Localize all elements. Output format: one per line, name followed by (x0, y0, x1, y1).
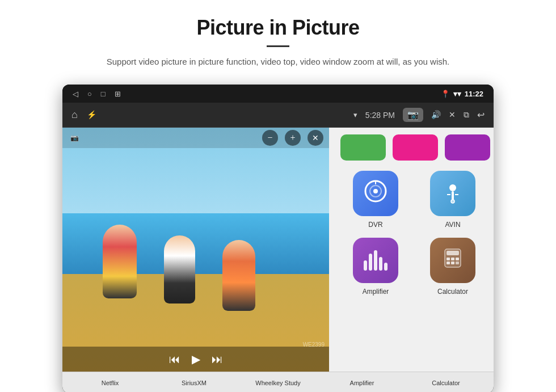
calculator-bottom-label: Calculator (420, 380, 471, 386)
back-nav-icon[interactable]: ◁ (73, 90, 78, 98)
page-subtitle: Support video picture in picture functio… (79, 55, 477, 69)
app-grid: DVR AVIN (329, 128, 494, 372)
pip-btn[interactable]: ⧉ (464, 111, 469, 120)
svg-point-2 (373, 189, 378, 193)
svg-rect-12 (451, 258, 454, 260)
dvr-icon-box[interactable] (353, 171, 398, 216)
prev-btn[interactable]: ⏮ (169, 353, 180, 366)
svg-rect-5 (452, 191, 454, 200)
avin-app-item[interactable]: AVIN (418, 171, 488, 229)
calculator-label: Calculator (437, 288, 468, 296)
svg-point-6 (451, 200, 454, 203)
pip-close-btn[interactable]: ✕ (308, 130, 323, 146)
status-nav: ◁ ○ □ ⊞ (73, 90, 121, 98)
status-bar: ◁ ○ □ ⊞ 📍 ▾▾ 11:22 (62, 85, 494, 103)
app-bar-left: ⌂ ⚡ (71, 109, 96, 121)
bottom-labels-bar: Netflix SiriusXM Wheelkey Study Amplifie… (62, 372, 494, 392)
app-bar: ⌂ ⚡ ▾ 5:28 PM 📷 🔊 ✕ ⧉ ↩ (62, 103, 494, 128)
svg-rect-16 (456, 262, 459, 264)
svg-point-4 (449, 184, 456, 191)
svg-rect-13 (456, 258, 459, 260)
play-btn[interactable]: ▶ (192, 352, 200, 366)
pip-camera-icon: 📷 (70, 134, 79, 142)
svg-rect-14 (447, 262, 450, 264)
amplifier-icon (364, 250, 387, 271)
status-indicators: 📍 ▾▾ 11:22 (441, 90, 483, 98)
app-icons-grid: DVR AVIN (338, 168, 490, 298)
pip-plus-btn[interactable]: + (285, 130, 301, 146)
avin-label: AVIN (445, 221, 460, 229)
calculator-icon-box[interactable] (430, 238, 475, 283)
main-content: 📷 − + ✕ ⏮ ▶ ⏭ WE2399 (62, 128, 494, 372)
video-section: 📷 − + ✕ ⏮ ▶ ⏭ WE2399 (62, 128, 329, 372)
back-btn[interactable]: ↩ (477, 109, 485, 120)
avin-icon-box[interactable] (430, 171, 475, 216)
usb-icon: ⚡ (87, 110, 96, 120)
next-btn[interactable]: ⏭ (212, 353, 223, 366)
video-player[interactable]: 📷 − + ✕ ⏮ ▶ ⏭ WE2399 (62, 128, 329, 372)
wheelkey-app-rect[interactable] (445, 134, 490, 161)
calculator-icon (440, 246, 465, 275)
page-title: Picture in Picture (34, 16, 522, 40)
status-time: 11:22 (465, 90, 483, 98)
amplifier-icon-box[interactable] (353, 238, 398, 283)
app-bar-right: ▾ 5:28 PM 📷 🔊 ✕ ⧉ ↩ (353, 108, 485, 122)
svg-rect-15 (451, 262, 454, 264)
avin-icon (441, 182, 464, 205)
close-btn[interactable]: ✕ (449, 110, 456, 120)
pip-minus-btn[interactable]: − (262, 130, 278, 146)
dvr-app-item[interactable]: DVR (340, 171, 411, 229)
device-mockup: ◁ ○ □ ⊞ 📍 ▾▾ 11:22 ⌂ ⚡ ▾ 5:28 PM 📷 🔊 (62, 85, 494, 392)
home-icon[interactable]: ⌂ (71, 109, 78, 121)
amplifier-bottom-label: Amplifier (336, 380, 387, 386)
siriusxm-app-rect[interactable] (393, 134, 438, 161)
app-time: 5:28 PM (365, 111, 395, 120)
netflix-app-rect[interactable] (340, 134, 386, 161)
camera-button[interactable]: 📷 (403, 108, 423, 122)
title-divider (267, 45, 289, 47)
calculator-app-item[interactable]: Calculator (418, 238, 488, 296)
watermark: WE2399 (303, 342, 325, 348)
amplifier-app-item[interactable]: Amplifier (340, 238, 411, 296)
dvr-icon (363, 179, 388, 208)
media-controls: ⏮ ▶ ⏭ (62, 347, 329, 372)
netflix-bottom-label: Netflix (85, 380, 136, 386)
siriusxm-bottom-label: SiriusXM (169, 380, 220, 386)
menu-nav-icon[interactable]: ⊞ (115, 90, 121, 98)
wifi-icon: ▾ (353, 111, 357, 120)
location-icon: 📍 (441, 90, 450, 98)
dvr-label: DVR (368, 221, 382, 229)
recent-nav-icon[interactable]: □ (101, 90, 106, 98)
top-app-row (338, 134, 490, 161)
volume-icon[interactable]: 🔊 (431, 110, 441, 120)
home-nav-icon[interactable]: ○ (87, 90, 92, 98)
amplifier-label: Amplifier (363, 288, 389, 296)
beach-scene (62, 128, 329, 372)
svg-rect-10 (447, 251, 459, 255)
page-header: Picture in Picture Support video picture… (0, 0, 556, 79)
pip-overlay: 📷 − + ✕ (62, 128, 329, 148)
svg-rect-11 (447, 258, 450, 260)
signal-icon: ▾▾ (453, 90, 461, 98)
wheelkey-bottom-label: Wheelkey Study (252, 380, 304, 386)
device-frame: ◁ ○ □ ⊞ 📍 ▾▾ 11:22 ⌂ ⚡ ▾ 5:28 PM 📷 🔊 (62, 85, 494, 392)
